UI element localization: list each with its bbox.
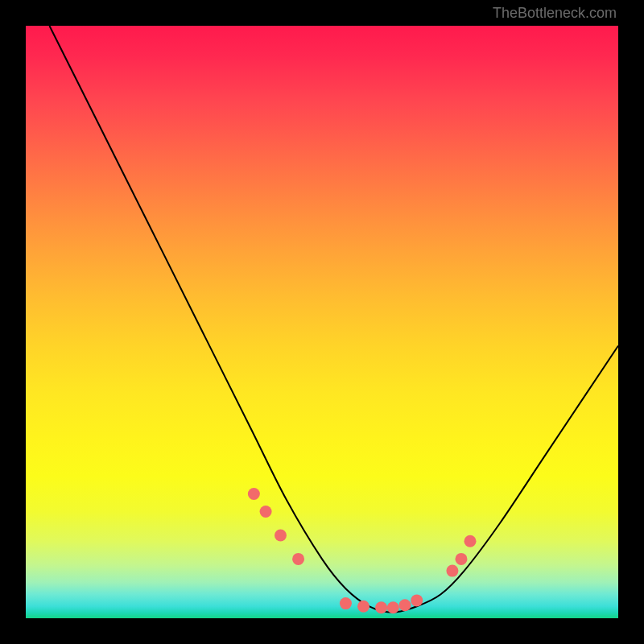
marker-point — [446, 565, 458, 577]
marker-point — [387, 601, 399, 613]
marker-point — [455, 553, 467, 565]
marker-points — [248, 488, 477, 613]
marker-point — [399, 599, 411, 611]
marker-point — [375, 601, 387, 613]
bottleneck-curve — [49, 26, 618, 613]
marker-point — [340, 597, 352, 609]
marker-point — [248, 488, 260, 500]
plot-area — [26, 26, 618, 618]
marker-point — [292, 553, 304, 565]
marker-point — [411, 594, 423, 606]
chart-container: TheBottleneck.com — [0, 0, 644, 644]
marker-point — [464, 535, 477, 547]
marker-point — [260, 506, 272, 518]
watermark-text: TheBottleneck.com — [493, 5, 617, 22]
chart-svg — [26, 26, 618, 618]
marker-point — [275, 529, 287, 541]
marker-point — [357, 601, 369, 613]
